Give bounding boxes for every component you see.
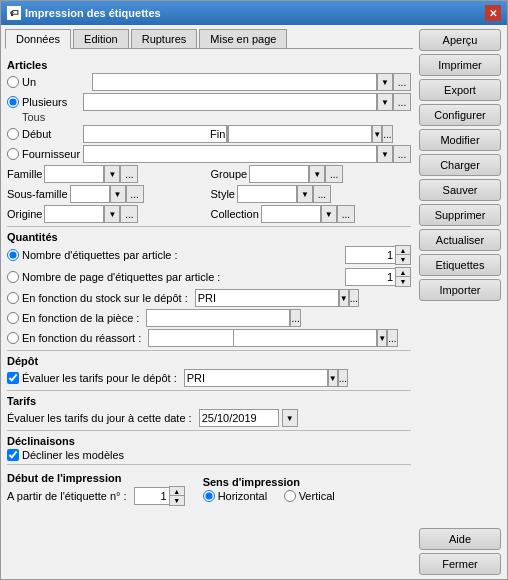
radio-vertical[interactable] [284, 490, 296, 502]
date-picker-btn[interactable]: ▼ [282, 409, 298, 427]
radio-un[interactable] [7, 76, 19, 88]
imprimer-button[interactable]: Imprimer [419, 54, 501, 76]
date-input[interactable] [199, 409, 279, 427]
radio-horizontal[interactable] [203, 490, 215, 502]
input-fin[interactable] [228, 125, 372, 143]
tab-ruptures[interactable]: Ruptures [131, 29, 198, 48]
radio-fournisseur-label[interactable]: Fournisseur [7, 148, 80, 160]
combo-sousfamille-arrow[interactable]: ▼ [110, 185, 126, 203]
combo-style-dots[interactable]: ... [313, 185, 331, 203]
importer-button[interactable]: Importer [419, 279, 501, 301]
combo-depot-arrow[interactable]: ▼ [328, 369, 338, 387]
combo-groupe-dots[interactable]: ... [325, 165, 343, 183]
combo-collection-dots[interactable]: ... [337, 205, 355, 223]
combo-fournisseur-dots[interactable]: ... [393, 145, 411, 163]
radio-nb-pages-label[interactable]: Nombre de page d'étiquettes par article … [7, 271, 220, 283]
radio-stock-depot-label[interactable]: En fonction du stock sur le dépôt : [7, 292, 188, 304]
radio-stock-depot[interactable] [7, 292, 19, 304]
modifier-button[interactable]: Modifier [419, 129, 501, 151]
radio-plusieurs[interactable] [7, 96, 19, 108]
spin-etiquette-field[interactable] [134, 487, 169, 505]
combo-un-arrow[interactable]: ▼ [377, 73, 393, 91]
combo-stock-depot-dots[interactable]: ... [349, 289, 359, 307]
radio-plusieurs-label[interactable]: Plusieurs [7, 96, 77, 108]
radio-nb-etiquettes-label[interactable]: Nombre d'étiquettes par article : [7, 249, 178, 261]
tab-mise-en-page[interactable]: Mise en page [199, 29, 287, 48]
combo-famille-dots[interactable]: ... [120, 165, 138, 183]
input-origine[interactable] [44, 205, 104, 223]
spin-etiquette-up[interactable]: ▲ [170, 487, 184, 496]
section-articles: Articles [7, 59, 411, 71]
input-reassort2[interactable] [233, 329, 377, 347]
radio-nb-etiquettes[interactable] [7, 249, 19, 261]
radio-debut[interactable] [7, 128, 19, 140]
input-debut[interactable] [83, 125, 227, 143]
combo-reassort2-dots[interactable]: ... [387, 329, 397, 347]
input-plusieurs[interactable] [83, 93, 377, 111]
combo-origine-arrow[interactable]: ▼ [104, 205, 120, 223]
checkbox-declinaisons-label[interactable]: Décliner les modèles [7, 449, 124, 461]
checkbox-declinaisons[interactable] [7, 449, 19, 461]
spin-nb-etiquettes-down[interactable]: ▼ [396, 255, 410, 264]
input-collection[interactable] [261, 205, 321, 223]
tab-donnees[interactable]: Données [5, 29, 71, 49]
charger-button[interactable]: Charger [419, 154, 501, 176]
combo-sousfamille-dots[interactable]: ... [126, 185, 144, 203]
combo-collection-arrow[interactable]: ▼ [321, 205, 337, 223]
combo-piece-dots[interactable]: ... [290, 309, 300, 327]
combo-groupe-arrow[interactable]: ▼ [309, 165, 325, 183]
combo-depot-dots[interactable]: ... [338, 369, 348, 387]
input-depot[interactable] [184, 369, 328, 387]
combo-style-arrow[interactable]: ▼ [297, 185, 313, 203]
apercu-button[interactable]: Aperçu [419, 29, 501, 51]
input-piece[interactable] [146, 309, 290, 327]
radio-nb-pages[interactable] [7, 271, 19, 283]
radio-un-label[interactable]: Un [7, 76, 77, 88]
combo-fin-dots[interactable]: ... [382, 125, 392, 143]
radio-piece[interactable] [7, 312, 19, 324]
panel-spacer [419, 304, 503, 525]
combo-famille-arrow[interactable]: ▼ [104, 165, 120, 183]
input-famille[interactable] [44, 165, 104, 183]
input-sousfamille[interactable] [70, 185, 110, 203]
row-impression-bottom: Début de l'impression A partir de l'étiq… [7, 468, 411, 508]
radio-debut-label[interactable]: Début [7, 128, 77, 140]
export-button[interactable]: Export [419, 79, 501, 101]
supprimer-button[interactable]: Supprimer [419, 204, 501, 226]
spin-nb-etiquettes-field[interactable] [345, 246, 395, 264]
combo-origine-dots[interactable]: ... [120, 205, 138, 223]
actualiser-button[interactable]: Actualiser [419, 229, 501, 251]
combo-plusieurs-arrow[interactable]: ▼ [377, 93, 393, 111]
sauver-button[interactable]: Sauver [419, 179, 501, 201]
aide-button[interactable]: Aide [419, 528, 501, 550]
etiquettes-button[interactable]: Etiquettes [419, 254, 501, 276]
input-un[interactable] [92, 73, 377, 91]
input-style[interactable] [237, 185, 297, 203]
fermer-button[interactable]: Fermer [419, 553, 501, 575]
input-fournisseur[interactable] [83, 145, 377, 163]
configurer-button[interactable]: Configurer [419, 104, 501, 126]
combo-stock-depot-arrow[interactable]: ▼ [339, 289, 349, 307]
tab-edition[interactable]: Edition [73, 29, 129, 48]
spin-nb-etiquettes-up[interactable]: ▲ [396, 246, 410, 255]
combo-fournisseur-arrow[interactable]: ▼ [377, 145, 393, 163]
spin-nb-pages-field[interactable] [345, 268, 395, 286]
radio-piece-label[interactable]: En fonction de la pièce : [7, 312, 139, 324]
checkbox-depot-label[interactable]: Évaluer les tarifs pour le dépôt : [7, 372, 177, 384]
radio-vertical-label[interactable]: Vertical [284, 490, 354, 502]
spin-etiquette-down[interactable]: ▼ [170, 496, 184, 505]
spin-nb-pages-up[interactable]: ▲ [396, 268, 410, 277]
combo-reassort2-arrow[interactable]: ▼ [377, 329, 387, 347]
checkbox-depot[interactable] [7, 372, 19, 384]
combo-plusieurs-dots[interactable]: ... [393, 93, 411, 111]
radio-reassort[interactable] [7, 332, 19, 344]
radio-reassort-label[interactable]: En fonction du réassort : [7, 332, 141, 344]
combo-un-dots[interactable]: ... [393, 73, 411, 91]
close-button[interactable]: ✕ [485, 5, 501, 21]
input-stock-depot[interactable] [195, 289, 339, 307]
radio-fournisseur[interactable] [7, 148, 19, 160]
spin-nb-pages-down[interactable]: ▼ [396, 277, 410, 286]
radio-horizontal-label[interactable]: Horizontal [203, 490, 273, 502]
combo-fin-arrow[interactable]: ▼ [372, 125, 382, 143]
input-groupe[interactable] [249, 165, 309, 183]
